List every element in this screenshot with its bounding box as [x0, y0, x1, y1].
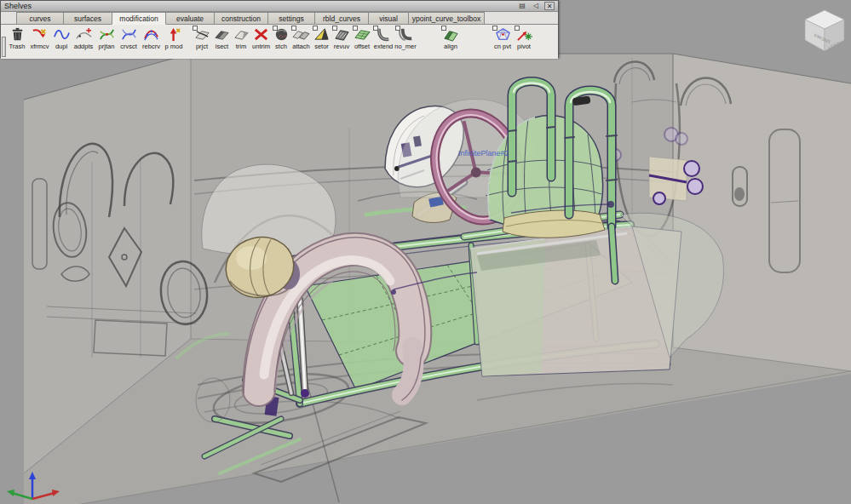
tab-curves[interactable]: curves: [16, 12, 64, 24]
tool-prjtan[interactable]: prjtan: [95, 26, 118, 50]
viewport-canvas[interactable]: FRONT LEFT: [0, 0, 851, 504]
tool-p-mod[interactable]: p mod: [163, 26, 185, 50]
option-box[interactable]: [332, 26, 337, 31]
tool-extend[interactable]: extend: [372, 26, 394, 50]
tool-crvsct[interactable]: crvsct: [118, 26, 140, 50]
addpts-icon: [75, 26, 93, 43]
close-icon[interactable]: ✕: [544, 2, 555, 10]
tool-isect[interactable]: isect: [212, 26, 232, 50]
tab-modification[interactable]: modification: [112, 12, 166, 25]
tool-pivot[interactable]: pivot: [514, 26, 534, 50]
trash-icon: [9, 26, 26, 43]
shelves-titlebar[interactable]: Shelves ▤ ◁ ✕: [1, 1, 558, 12]
tool-rebcrv[interactable]: rebcrv: [140, 26, 163, 50]
tab-ypoint-curve-toolbox[interactable]: ypoint_curve_toolbox: [408, 12, 485, 24]
xfrmcv-icon: [31, 26, 49, 43]
isect-icon: [213, 26, 231, 43]
tool-setor[interactable]: setor: [312, 26, 331, 50]
tool-no-mer[interactable]: no_mer: [394, 26, 417, 50]
shelves-window: Shelves ▤ ◁ ✕ curves surfaces modificati…: [0, 0, 559, 58]
tab-visual[interactable]: visual: [368, 12, 409, 24]
option-box[interactable]: [273, 26, 278, 31]
untrim-icon: [252, 26, 270, 43]
collapse-icon[interactable]: ◁: [531, 2, 541, 10]
tab-rbld-curves[interactable]: rbld_curves: [314, 12, 369, 24]
tool-stch[interactable]: stch: [272, 26, 290, 50]
option-box[interactable]: [373, 26, 378, 31]
rebcrv-icon: [142, 26, 160, 43]
option-box[interactable]: [515, 26, 520, 31]
infinite-plane-label: InfinitePlane#2: [458, 149, 509, 158]
tool-revuv[interactable]: revuv: [331, 26, 352, 50]
option-box[interactable]: [395, 26, 400, 31]
tool-cn-pvt[interactable]: cn pvt: [492, 26, 514, 50]
tool-xfrmcv[interactable]: xfrmcv: [28, 26, 51, 50]
shelf-tools: Trash xfrmcv dupl addpts: [1, 25, 558, 59]
trim-icon: [233, 26, 250, 43]
application-window: FRONT LEFT InfinitePlane#2 Shelves ▤ ◁ ✕…: [0, 0, 851, 504]
tab-surfaces[interactable]: surfaces: [63, 12, 112, 24]
option-box[interactable]: [492, 26, 497, 31]
tool-align[interactable]: align: [440, 26, 461, 50]
window-title: Shelves: [4, 1, 517, 11]
tool-untrim[interactable]: untrim: [250, 26, 272, 50]
shelf-tabs: curves surfaces modification evaluate co…: [1, 12, 558, 25]
tool-trash[interactable]: Trash: [6, 26, 28, 50]
option-box[interactable]: [441, 26, 446, 31]
option-box[interactable]: [313, 26, 318, 31]
p-mod-icon: [165, 26, 183, 43]
menu-icon[interactable]: ▤: [517, 2, 527, 10]
tab-evaluate[interactable]: evaluate: [165, 12, 215, 24]
option-box[interactable]: [353, 26, 358, 31]
tool-dupl[interactable]: dupl: [51, 26, 72, 50]
tab-construction[interactable]: construction: [214, 12, 268, 24]
prjtan-icon: [98, 26, 116, 43]
crvsct-icon: [120, 26, 138, 43]
option-box[interactable]: [291, 26, 296, 31]
tool-attach[interactable]: attach: [290, 26, 312, 50]
tool-offset[interactable]: offset: [352, 26, 372, 50]
tool-prjct[interactable]: prjct: [192, 26, 212, 50]
dupl-icon: [53, 26, 71, 43]
option-box[interactable]: [193, 26, 198, 31]
tool-addpts[interactable]: addpts: [72, 26, 95, 50]
tab-settings[interactable]: settings: [267, 12, 315, 24]
tool-trim[interactable]: trim: [232, 26, 250, 50]
